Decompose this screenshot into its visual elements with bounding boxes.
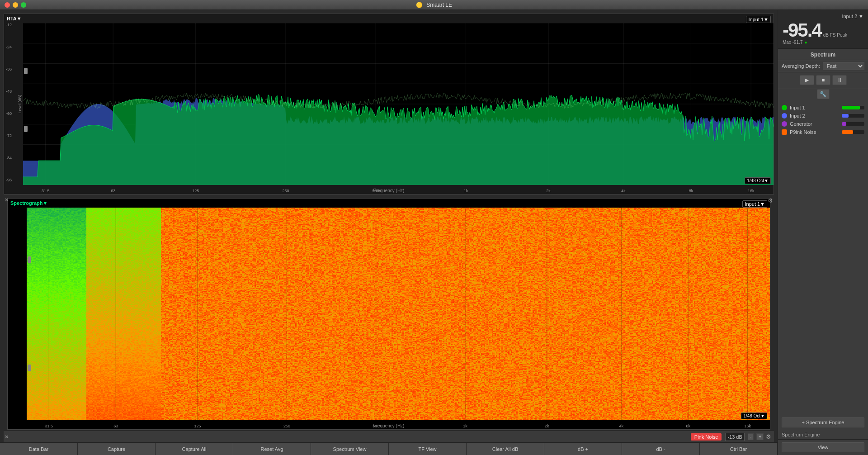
generator-label: Generator	[790, 121, 839, 127]
level-value-display: -95.4	[783, 21, 821, 40]
wrench-button[interactable]: 🔧	[817, 89, 830, 99]
y-label-48: -48	[6, 89, 12, 94]
spectro-oct-badge[interactable]: 1/48 Oct▼	[741, 412, 767, 419]
minimize-button[interactable]	[13, 2, 18, 8]
spectrum-section: Spectrum Averaging Depth: Fast Medium Sl…	[778, 49, 868, 439]
spectro-bottom-gear-icon[interactable]: ⚙	[766, 433, 771, 440]
spectro-panel: Spectrograph▼ Input 1▼ 31.5 63 125 250 5…	[7, 198, 770, 430]
pink-noise-meter-fill	[842, 130, 853, 134]
rta-canvas	[23, 23, 774, 185]
channel-list: Input 1 Input 2 Generator	[778, 102, 868, 415]
rta-header: RTA▼ Input 1▼	[7, 16, 771, 23]
main-layout: RTA▼ Input 1▼ Level (dB) -12 -24 -36 -48…	[0, 10, 868, 455]
rta-freq-label: Frequency (Hz)	[4, 188, 774, 193]
spectro-wrapper: ✕ ⚙ Spectrograph▼ Input 1▼ 31.5	[4, 196, 774, 442]
pink-noise-label-ch: P9ink Noise	[790, 129, 839, 135]
input1-meter	[842, 106, 864, 109]
window-controls	[5, 2, 26, 8]
rta-plot	[23, 23, 774, 185]
pause-button[interactable]: ⏸	[832, 75, 847, 85]
capture-all-button[interactable]: Capture All	[156, 443, 233, 455]
db-minus-button[interactable]: -	[748, 433, 754, 440]
spectro-scroll-handle-top[interactable]	[28, 256, 31, 263]
tf-view-button[interactable]: TF View	[389, 443, 467, 455]
db-fs-peak-label: dB FS Peak	[823, 33, 847, 38]
spectro-header: Spectrograph▼ Input 1▼	[10, 200, 767, 208]
add-spectrum-engine-button[interactable]: + Spectrum Engine	[782, 417, 864, 427]
input2-label[interactable]: Input 2 ▼	[842, 14, 863, 19]
max-value-row: Max -91.7 ●	[783, 40, 863, 45]
spectro-settings-icon[interactable]: ⚙	[768, 197, 773, 204]
db-plus-button[interactable]: +	[756, 433, 764, 440]
spectro-canvas	[27, 208, 770, 420]
y-label-36: -36	[6, 67, 12, 71]
rta-y-axis: -12 -24 -36 -48 -60 -72 -84 -96	[5, 25, 22, 183]
reset-avg-button[interactable]: Reset Avg	[233, 443, 311, 455]
y-label-24: -24	[6, 45, 12, 49]
app-title: 🟡 Smaart LE	[416, 2, 452, 8]
channel-item-pink-noise[interactable]: P9ink Noise	[778, 128, 868, 136]
view-button[interactable]: View	[782, 442, 864, 452]
y-label-72: -72	[6, 133, 12, 138]
db-minus-toolbar-button[interactable]: dB -	[622, 443, 700, 455]
db-plus-toolbar-button[interactable]: dB +	[544, 443, 622, 455]
pink-noise-button[interactable]: Pink Noise	[691, 433, 722, 441]
avg-depth-label: Averaging Depth:	[782, 63, 820, 69]
y-label-84: -84	[6, 156, 12, 160]
spectro-bottom-controls: ✕ Pink Noise -13 dB - + ⚙	[4, 431, 774, 442]
spectro-plot	[27, 208, 770, 420]
left-area: RTA▼ Input 1▼ Level (dB) -12 -24 -36 -48…	[0, 10, 778, 455]
generator-dot	[782, 121, 787, 127]
spectro-bottom-close-icon[interactable]: ✕	[5, 434, 9, 440]
channel-item-input2[interactable]: Input 2	[778, 112, 868, 120]
input1-dot	[782, 105, 787, 110]
wrench-row: 🔧	[778, 88, 868, 102]
max-dot: ●	[804, 40, 807, 45]
spectro-close-icon[interactable]: ✕	[5, 197, 9, 203]
rta-scroll-handle-bottom[interactable]	[24, 126, 28, 132]
rta-label[interactable]: RTA▼	[7, 16, 22, 23]
right-panel: Input 2 ▼ -95.4 dB FS Peak Max -91.7 ● S…	[778, 10, 868, 455]
db-value-display: -13 dB	[725, 433, 744, 441]
capture-button[interactable]: Capture	[78, 443, 156, 455]
view-section: View	[778, 439, 868, 455]
avg-depth-select[interactable]: Fast Medium Slow Custom	[823, 62, 864, 70]
spectrum-title: Spectrum	[778, 49, 868, 60]
rta-panel: RTA▼ Input 1▼ Level (dB) -12 -24 -36 -48…	[4, 14, 774, 194]
rta-input-selector[interactable]: Input 1▼	[746, 16, 771, 23]
pink-noise-meter	[842, 130, 864, 134]
spectro-label[interactable]: Spectrograph▼	[10, 200, 47, 208]
maximize-button[interactable]	[21, 2, 26, 8]
transport-row: ▶ ■ ⏸	[778, 72, 868, 88]
input1-meter-fill	[842, 106, 860, 109]
level-meter: Input 2 ▼ -95.4 dB FS Peak Max -91.7 ●	[778, 10, 868, 49]
channel-item-input1[interactable]: Input 1	[778, 104, 868, 112]
generator-meter	[842, 122, 864, 126]
input1-label: Input 1	[790, 105, 839, 110]
input2-meter-fill	[842, 114, 849, 118]
stop-button[interactable]: ■	[816, 75, 830, 85]
input2-meter	[842, 114, 864, 118]
title-bar: 🟡 Smaart LE	[0, 0, 868, 10]
y-label-60: -60	[6, 111, 12, 116]
pink-noise-dot	[782, 129, 787, 135]
close-button[interactable]	[5, 2, 10, 8]
level-value-row: -95.4 dB FS Peak	[783, 21, 863, 40]
level-header: Input 2 ▼	[783, 14, 863, 19]
max-label: Max -91.7	[783, 40, 802, 45]
channel-item-generator[interactable]: Generator	[778, 120, 868, 128]
data-bar-button[interactable]: Data Bar	[0, 443, 78, 455]
generator-meter-fill	[842, 122, 846, 126]
app-icon: 🟡	[416, 2, 423, 8]
rta-scroll-handle-top[interactable]	[24, 68, 28, 74]
spectro-scroll-handle-bottom[interactable]	[28, 365, 31, 371]
clear-all-db-button[interactable]: Clear All dB	[467, 443, 544, 455]
input2-dot	[782, 113, 787, 118]
spectro-input-selector[interactable]: Input 1▼	[742, 200, 767, 208]
play-button[interactable]: ▶	[800, 75, 814, 85]
spectrum-view-button[interactable]: Spectrum View	[311, 443, 389, 455]
ctrl-bar-button[interactable]: Ctrl Bar	[700, 443, 778, 455]
rta-oct-badge[interactable]: 1/48 Oct▼	[745, 177, 771, 184]
y-label-96: -96	[6, 178, 12, 182]
spectro-freq-label: Frequency (Hz)	[8, 423, 770, 428]
